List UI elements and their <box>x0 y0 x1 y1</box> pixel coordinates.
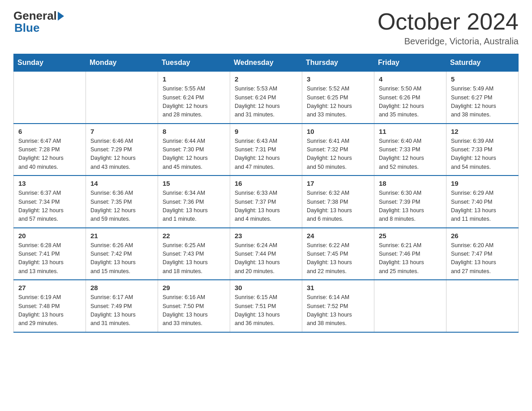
day-number: 13 <box>18 180 81 187</box>
logo: General Blue <box>13 9 65 35</box>
day-info: Sunrise: 6:21 AM Sunset: 7:46 PM Dayligh… <box>379 241 442 276</box>
day-info: Sunrise: 6:33 AM Sunset: 7:37 PM Dayligh… <box>235 189 297 224</box>
day-number: 19 <box>451 180 514 187</box>
day-number: 23 <box>235 232 297 240</box>
day-number: 22 <box>163 232 225 240</box>
day-of-week-saturday: Saturday <box>446 54 519 72</box>
calendar-cell <box>374 280 446 332</box>
calendar-header: SundayMondayTuesdayWednesdayThursdayFrid… <box>14 54 519 72</box>
day-number: 26 <box>451 232 514 240</box>
day-number: 8 <box>163 128 225 135</box>
calendar-cell: 3Sunrise: 5:52 AM Sunset: 6:25 PM Daylig… <box>302 72 374 124</box>
day-number: 28 <box>90 284 153 291</box>
day-number: 7 <box>90 128 153 135</box>
day-number: 29 <box>163 284 225 291</box>
day-info: Sunrise: 5:53 AM Sunset: 6:24 PM Dayligh… <box>235 85 297 120</box>
day-info: Sunrise: 6:25 AM Sunset: 7:43 PM Dayligh… <box>163 241 225 276</box>
day-info: Sunrise: 6:30 AM Sunset: 7:39 PM Dayligh… <box>379 189 442 224</box>
day-info: Sunrise: 6:20 AM Sunset: 7:47 PM Dayligh… <box>451 241 514 276</box>
calendar-cell: 24Sunrise: 6:22 AM Sunset: 7:45 PM Dayli… <box>302 228 374 280</box>
day-info: Sunrise: 6:15 AM Sunset: 7:51 PM Dayligh… <box>235 293 297 328</box>
day-number: 24 <box>307 232 369 240</box>
day-info: Sunrise: 5:49 AM Sunset: 6:27 PM Dayligh… <box>451 85 514 120</box>
calendar-week-5: 27Sunrise: 6:19 AM Sunset: 7:48 PM Dayli… <box>14 280 519 332</box>
calendar-cell: 9Sunrise: 6:43 AM Sunset: 7:31 PM Daylig… <box>230 124 302 176</box>
day-info: Sunrise: 6:46 AM Sunset: 7:29 PM Dayligh… <box>90 137 153 172</box>
day-info: Sunrise: 6:40 AM Sunset: 7:33 PM Dayligh… <box>379 137 442 172</box>
calendar-cell: 28Sunrise: 6:17 AM Sunset: 7:49 PM Dayli… <box>86 280 158 332</box>
day-number: 5 <box>451 75 514 83</box>
day-number: 20 <box>18 232 81 240</box>
calendar-body: 1Sunrise: 5:55 AM Sunset: 6:24 PM Daylig… <box>14 72 519 332</box>
day-number: 10 <box>307 128 369 135</box>
calendar-cell: 14Sunrise: 6:36 AM Sunset: 7:35 PM Dayli… <box>86 176 158 228</box>
calendar-cell: 22Sunrise: 6:25 AM Sunset: 7:43 PM Dayli… <box>158 228 230 280</box>
calendar-cell: 8Sunrise: 6:44 AM Sunset: 7:30 PM Daylig… <box>158 124 230 176</box>
calendar-week-2: 6Sunrise: 6:47 AM Sunset: 7:28 PM Daylig… <box>14 124 519 176</box>
day-info: Sunrise: 6:34 AM Sunset: 7:36 PM Dayligh… <box>163 189 225 224</box>
day-info: Sunrise: 5:52 AM Sunset: 6:25 PM Dayligh… <box>307 85 369 120</box>
day-number: 2 <box>235 75 297 83</box>
calendar-week-1: 1Sunrise: 5:55 AM Sunset: 6:24 PM Daylig… <box>14 72 519 124</box>
logo-arrow-icon <box>58 12 64 21</box>
calendar-cell: 20Sunrise: 6:28 AM Sunset: 7:41 PM Dayli… <box>14 228 86 280</box>
calendar-cell: 29Sunrise: 6:16 AM Sunset: 7:50 PM Dayli… <box>158 280 230 332</box>
day-number: 9 <box>235 128 297 135</box>
day-info: Sunrise: 5:50 AM Sunset: 6:26 PM Dayligh… <box>379 85 442 120</box>
day-of-week-tuesday: Tuesday <box>158 54 230 72</box>
calendar-cell: 2Sunrise: 5:53 AM Sunset: 6:24 PM Daylig… <box>230 72 302 124</box>
calendar-cell: 18Sunrise: 6:30 AM Sunset: 7:39 PM Dayli… <box>374 176 446 228</box>
day-number: 14 <box>90 180 153 187</box>
day-number: 31 <box>307 284 369 291</box>
day-info: Sunrise: 6:26 AM Sunset: 7:42 PM Dayligh… <box>90 241 153 276</box>
day-number: 18 <box>379 180 442 187</box>
calendar-cell: 26Sunrise: 6:20 AM Sunset: 7:47 PM Dayli… <box>446 228 519 280</box>
calendar-table: SundayMondayTuesdayWednesdayThursdayFrid… <box>13 54 519 333</box>
month-title: October 2024 <box>378 9 519 34</box>
calendar-cell <box>446 280 519 332</box>
day-info: Sunrise: 6:44 AM Sunset: 7:30 PM Dayligh… <box>163 137 225 172</box>
day-info: Sunrise: 6:47 AM Sunset: 7:28 PM Dayligh… <box>18 137 81 172</box>
day-info: Sunrise: 6:17 AM Sunset: 7:49 PM Dayligh… <box>90 293 153 328</box>
calendar-cell: 7Sunrise: 6:46 AM Sunset: 7:29 PM Daylig… <box>86 124 158 176</box>
calendar-week-4: 20Sunrise: 6:28 AM Sunset: 7:41 PM Dayli… <box>14 228 519 280</box>
day-number: 16 <box>235 180 297 187</box>
day-info: Sunrise: 6:24 AM Sunset: 7:44 PM Dayligh… <box>235 241 297 276</box>
calendar-cell: 10Sunrise: 6:41 AM Sunset: 7:32 PM Dayli… <box>302 124 374 176</box>
day-info: Sunrise: 6:41 AM Sunset: 7:32 PM Dayligh… <box>307 137 369 172</box>
day-number: 27 <box>18 284 81 291</box>
calendar-week-3: 13Sunrise: 6:37 AM Sunset: 7:34 PM Dayli… <box>14 176 519 228</box>
day-of-week-friday: Friday <box>374 54 446 72</box>
day-info: Sunrise: 6:29 AM Sunset: 7:40 PM Dayligh… <box>451 189 514 224</box>
calendar-cell <box>14 72 86 124</box>
logo-blue-text: Blue <box>14 21 39 34</box>
calendar-cell: 1Sunrise: 5:55 AM Sunset: 6:24 PM Daylig… <box>158 72 230 124</box>
day-info: Sunrise: 6:36 AM Sunset: 7:35 PM Dayligh… <box>90 189 153 224</box>
day-of-week-thursday: Thursday <box>302 54 374 72</box>
title-section: October 2024 Beveridge, Victoria, Austra… <box>378 9 519 47</box>
calendar-cell: 13Sunrise: 6:37 AM Sunset: 7:34 PM Dayli… <box>14 176 86 228</box>
calendar-cell: 12Sunrise: 6:39 AM Sunset: 7:33 PM Dayli… <box>446 124 519 176</box>
calendar-cell: 19Sunrise: 6:29 AM Sunset: 7:40 PM Dayli… <box>446 176 519 228</box>
day-number: 11 <box>379 128 442 135</box>
calendar-cell: 6Sunrise: 6:47 AM Sunset: 7:28 PM Daylig… <box>14 124 86 176</box>
day-number: 15 <box>163 180 225 187</box>
day-of-week-sunday: Sunday <box>14 54 86 72</box>
day-info: Sunrise: 6:32 AM Sunset: 7:38 PM Dayligh… <box>307 189 369 224</box>
day-info: Sunrise: 6:39 AM Sunset: 7:33 PM Dayligh… <box>451 137 514 172</box>
calendar-cell: 23Sunrise: 6:24 AM Sunset: 7:44 PM Dayli… <box>230 228 302 280</box>
day-info: Sunrise: 6:37 AM Sunset: 7:34 PM Dayligh… <box>18 189 81 224</box>
day-info: Sunrise: 6:19 AM Sunset: 7:48 PM Dayligh… <box>18 293 81 328</box>
day-info: Sunrise: 6:43 AM Sunset: 7:31 PM Dayligh… <box>235 137 297 172</box>
calendar-cell: 5Sunrise: 5:49 AM Sunset: 6:27 PM Daylig… <box>446 72 519 124</box>
day-number: 25 <box>379 232 442 240</box>
day-info: Sunrise: 6:14 AM Sunset: 7:52 PM Dayligh… <box>307 293 369 328</box>
calendar-cell: 30Sunrise: 6:15 AM Sunset: 7:51 PM Dayli… <box>230 280 302 332</box>
days-of-week-row: SundayMondayTuesdayWednesdayThursdayFrid… <box>14 54 519 72</box>
page-header: General Blue October 2024 Beveridge, Vic… <box>13 9 519 47</box>
location-text: Beveridge, Victoria, Australia <box>378 36 519 47</box>
calendar-cell <box>86 72 158 124</box>
day-number: 6 <box>18 128 81 135</box>
day-info: Sunrise: 6:22 AM Sunset: 7:45 PM Dayligh… <box>307 241 369 276</box>
calendar-cell: 11Sunrise: 6:40 AM Sunset: 7:33 PM Dayli… <box>374 124 446 176</box>
